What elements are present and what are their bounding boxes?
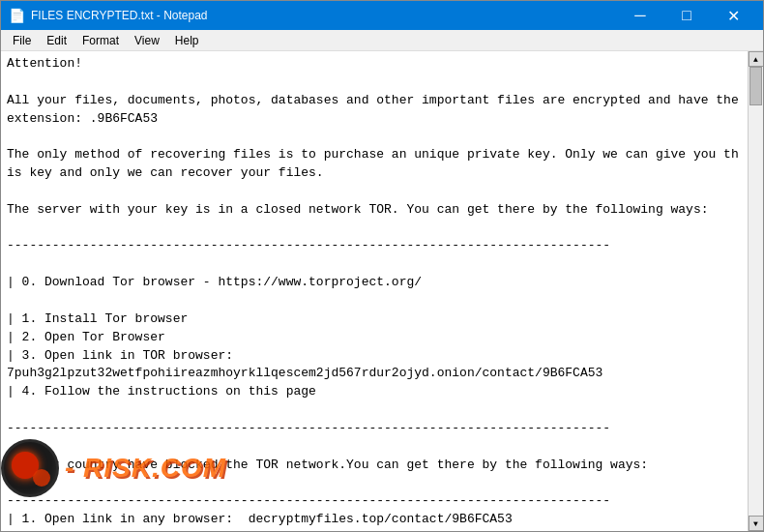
app-icon: 📄 (9, 8, 25, 24)
menu-view[interactable]: View (127, 32, 167, 49)
content-area: - RISK.COM ▲ ▼ (1, 51, 763, 531)
window-title: FILES ENCRYPTED.txt - Notepad (31, 9, 208, 22)
scroll-down-button[interactable]: ▼ (749, 516, 764, 531)
maximize-button[interactable]: □ (664, 1, 709, 30)
window-controls: ─ □ ✕ (618, 1, 755, 30)
menu-help[interactable]: Help (167, 32, 207, 49)
menu-bar: File Edit Format View Help (1, 30, 763, 51)
content-wrapper: - RISK.COM (1, 51, 748, 531)
close-button[interactable]: ✕ (711, 1, 755, 30)
title-bar-left: 📄 FILES ENCRYPTED.txt - Notepad (9, 8, 208, 24)
notepad-window: 📄 FILES ENCRYPTED.txt - Notepad ─ □ ✕ Fi… (0, 0, 764, 532)
text-content[interactable] (1, 51, 748, 531)
menu-format[interactable]: Format (74, 32, 127, 49)
scroll-thumb[interactable] (749, 67, 762, 105)
title-bar: 📄 FILES ENCRYPTED.txt - Notepad ─ □ ✕ (1, 1, 763, 30)
vertical-scrollbar: ▲ ▼ (748, 51, 763, 531)
scroll-up-button[interactable]: ▲ (749, 51, 764, 67)
minimize-button[interactable]: ─ (618, 1, 662, 30)
scroll-track[interactable] (749, 67, 763, 516)
menu-edit[interactable]: Edit (39, 32, 74, 49)
menu-file[interactable]: File (5, 32, 39, 49)
